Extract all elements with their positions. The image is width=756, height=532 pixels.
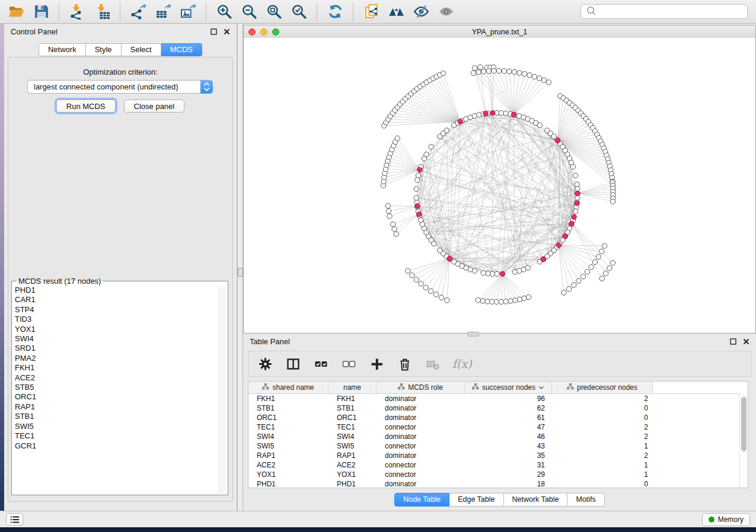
graph-node[interactable] [502,69,506,73]
graph-node-highlighted[interactable] [569,221,574,226]
graph-node[interactable] [610,199,615,204]
mcds-result-item[interactable]: FKH1 [15,363,217,373]
mcds-result-item[interactable]: CAR1 [15,295,217,305]
graph-node[interactable] [429,145,433,149]
tab-select[interactable]: Select [122,43,161,56]
graph-node[interactable] [477,113,481,117]
graph-node[interactable] [433,292,438,297]
export-network-icon[interactable] [127,2,149,22]
graph-node[interactable] [589,265,594,270]
graph-node[interactable] [490,271,495,276]
settings-icon[interactable] [257,356,273,371]
search-box[interactable] [580,4,748,19]
maximize-window-icon[interactable] [272,28,279,36]
graph-node[interactable] [599,276,604,281]
zoom-selected-icon[interactable] [288,2,310,22]
graph-node[interactable] [499,299,503,304]
graph-node[interactable] [592,259,597,264]
graph-node[interactable] [541,78,546,82]
graph-node[interactable] [499,111,503,116]
graph-node[interactable] [445,298,449,303]
graph-node[interactable] [610,261,615,265]
graph-node-highlighted[interactable] [511,112,516,117]
graph-node[interactable] [599,249,604,254]
graph-node[interactable] [537,76,541,81]
graph-node[interactable] [419,281,423,286]
graph-node[interactable] [580,274,585,279]
graph-node-highlighted[interactable] [416,212,421,217]
graph-node-highlighted[interactable] [458,119,462,124]
graph-node[interactable] [503,299,508,304]
search-input[interactable] [597,4,747,19]
run-mcds-button[interactable]: Run MCDS [56,100,116,113]
graph-node[interactable] [512,298,517,303]
graph-node-highlighted[interactable] [572,214,576,219]
table-row[interactable]: ACE2ACE2connector311 [248,460,748,470]
table-row[interactable]: ORC1ORC1dominator610 [248,413,748,422]
mcds-result-item[interactable]: PHD1 [15,286,217,295]
mcds-result-item[interactable]: ORC1 [15,392,217,402]
graph-node[interactable] [414,277,419,282]
show-column-icon[interactable] [285,356,301,371]
graph-node[interactable] [414,196,419,200]
select-all-icon[interactable] [313,356,328,371]
tab-edge-table[interactable]: Edge Table [449,493,503,507]
graph-node[interactable] [471,70,476,75]
mcds-result-item[interactable]: TID3 [15,315,217,324]
graph-node[interactable] [495,271,499,276]
graph-node-highlighted[interactable] [575,201,579,206]
tab-motifs[interactable]: Motifs [567,493,604,507]
graph-node[interactable] [527,73,532,78]
network-graph[interactable] [244,38,755,333]
graph-node[interactable] [392,227,397,232]
graph-node[interactable] [444,128,449,133]
graph-node[interactable] [512,270,517,274]
graph-node[interactable] [546,80,551,85]
table-scrollbar-thumb[interactable] [741,397,747,451]
graph-node[interactable] [573,173,578,178]
zoom-in-icon[interactable] [213,2,235,22]
mcds-result-item[interactable]: SWI5 [15,422,217,431]
mcds-result-item[interactable]: SWI4 [15,334,217,344]
tab-mcds[interactable]: MCDS [161,43,202,56]
column-header-successor-nodes[interactable]: successor nodes [465,382,552,393]
mcds-result-item[interactable]: RAP1 [15,402,217,412]
graph-node-highlighted[interactable] [500,271,505,276]
graph-node-highlighted[interactable] [490,111,495,116]
mcds-result-item[interactable]: STP4 [15,305,217,315]
save-session-icon[interactable] [30,2,52,22]
graph-node[interactable] [576,278,581,283]
mcds-list-scrollbar[interactable] [219,287,227,493]
close-table-panel-icon[interactable] [743,338,749,345]
column-header-shared-name[interactable]: shared name [248,382,328,393]
graph-node[interactable] [429,289,433,293]
graph-node[interactable] [508,299,513,303]
graph-node[interactable] [406,268,410,273]
graph-node[interactable] [573,209,578,214]
graph-node[interactable] [441,71,446,76]
table-row[interactable]: TEC1TEC1connector472 [248,422,748,432]
clone-network-icon[interactable] [361,2,382,22]
graph-node[interactable] [537,123,542,127]
graph-node[interactable] [390,222,395,226]
graph-node[interactable] [517,297,522,302]
mcds-result-item[interactable]: STB5 [15,383,217,392]
graph-node[interactable] [596,254,601,259]
graph-node[interactable] [423,285,428,290]
zoom-fit-icon[interactable] [263,2,285,22]
graph-node[interactable] [438,248,442,253]
column-header-MCDS-role[interactable]: MCDS role [377,382,465,393]
mcds-result-item[interactable]: ACE2 [15,373,217,383]
graph-node[interactable] [480,299,485,303]
graph-node[interactable] [575,182,579,187]
horizontal-splitter-grip[interactable] [467,332,479,336]
graph-node[interactable] [439,295,444,300]
graph-node-highlighted[interactable] [483,111,488,116]
graph-node[interactable] [395,136,400,140]
graph-node[interactable] [410,273,414,278]
tab-style[interactable]: Style [86,43,122,56]
splitter-grip[interactable] [238,268,243,277]
table-row[interactable]: RAP1RAP1dominator352 [248,451,748,460]
graph-node[interactable] [385,203,390,208]
graph-node[interactable] [486,69,491,73]
